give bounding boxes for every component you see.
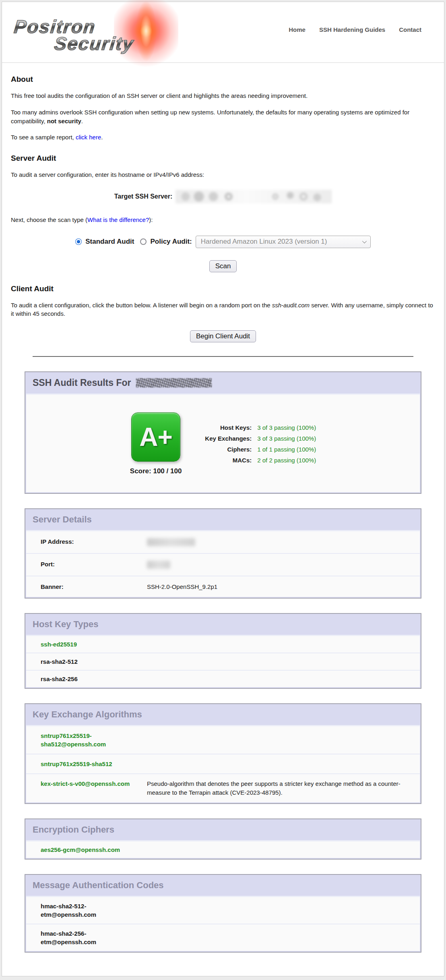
about-paragraph-1: This free tool audits the configuration …	[11, 91, 435, 100]
chevron-down-icon	[362, 239, 366, 243]
table-row: Banner: SSH-2.0-OpenSSH_9.2p1	[26, 576, 420, 597]
server-details-panel: Server Details IP Address: Port: Banner:…	[25, 508, 421, 599]
list-item: rsa-sha2-256	[26, 670, 420, 687]
host-key-name: ssh-ed25519	[26, 636, 93, 653]
banner-value: SSH-2.0-OpenSSH_9.2p1	[147, 576, 420, 597]
grade-column: A+ Score: 100 / 100	[130, 412, 182, 475]
stat-label-macs: MACs:	[205, 457, 252, 464]
port-value	[147, 554, 420, 576]
client-audit-domain: ssh-audit.com	[272, 302, 310, 309]
stat-value-key-exchanges: 3 of 3 passing (100%)	[257, 435, 316, 442]
client-audit-paragraph: To audit a client configuration, click t…	[11, 301, 435, 319]
nav-home[interactable]: Home	[289, 26, 306, 33]
sample-report-end: .	[101, 134, 103, 141]
stat-label-key-exchanges: Key Exchanges:	[205, 435, 252, 442]
key-exchange-header: Key Exchange Algorithms	[26, 705, 420, 725]
list-item: hmac-sha2-512- etm@openssh.com	[26, 897, 420, 924]
kex-algorithm-note: Pseudo-algorithm that denotes the peer s…	[147, 774, 420, 802]
main-page-card: Positron Security Home SSH Hardening Gui…	[2, 2, 444, 976]
server-audit-heading: Server Audit	[11, 154, 435, 163]
stat-label-ciphers: Ciphers:	[205, 446, 252, 453]
stat-label-host-keys: Host Keys:	[205, 424, 252, 431]
kex-algorithm-name: sntrup761x25519-sha512	[26, 754, 147, 773]
results-divider	[33, 356, 413, 357]
host-key-types-header: Host Key Types	[26, 615, 420, 635]
target-server-row: Target SSH Server:	[11, 190, 435, 203]
sample-report-text: To see a sample report,	[11, 134, 76, 141]
score-label: Score: 100 / 100	[130, 467, 182, 475]
kex-algorithm-note	[147, 754, 420, 773]
ciphers-body: aes256-gcm@openssh.com	[26, 840, 420, 858]
list-item: kex-strict-s-v00@openssh.com Pseudo-algo…	[26, 773, 420, 802]
policy-audit-label: Policy Audit:	[150, 238, 192, 246]
client-audit-text: To audit a client configuration, click t…	[11, 302, 272, 309]
about-paragraph-2: Too many admins overlook SSH configurati…	[11, 108, 435, 126]
list-item: hmac-sha2-256- etm@openssh.com	[26, 924, 420, 951]
macs-body: hmac-sha2-512- etm@openssh.com hmac-sha2…	[26, 896, 420, 951]
logo-text-line2: Security	[53, 33, 135, 54]
policy-audit-radio[interactable]	[140, 238, 147, 245]
about-p2-end: .	[81, 118, 83, 124]
list-item: sntrup761x25519-sha512	[26, 754, 420, 773]
mac-name: hmac-sha2-256- etm@openssh.com	[26, 924, 112, 951]
about-p2-bold: not security	[47, 118, 81, 124]
results-panel: SSH Audit Results For A+ Score: 100 / 10…	[25, 371, 421, 494]
stat-value-ciphers: 1 of 1 passing (100%)	[257, 446, 316, 453]
scan-button-row: Scan	[11, 260, 435, 272]
ip-address-label: IP Address:	[26, 531, 147, 553]
kex-algorithm-note	[147, 726, 420, 754]
grade-badge: A+	[131, 412, 180, 462]
macs-header: Message Authentication Codes	[26, 876, 420, 896]
host-key-name: rsa-sha2-256	[26, 671, 94, 687]
client-audit-heading: Client Audit	[11, 284, 435, 293]
policy-select-value: Hardened Amazon Linux 2023 (version 1)	[201, 238, 327, 246]
host-key-types-panel: Host Key Types ssh-ed25519 rsa-sha2-512 …	[25, 613, 421, 689]
host-key-types-body: ssh-ed25519 rsa-sha2-512 rsa-sha2-256	[26, 635, 420, 687]
standard-audit-label: Standard Audit	[85, 238, 134, 246]
mac-name: hmac-sha2-512- etm@openssh.com	[26, 897, 112, 924]
about-heading: About	[11, 75, 435, 84]
nav-contact[interactable]: Contact	[399, 26, 421, 33]
scan-type-end: ):	[149, 216, 153, 223]
nav-ssh-hardening-guides[interactable]: SSH Hardening Guides	[319, 26, 385, 33]
results-title: SSH Audit Results For	[33, 377, 131, 388]
scan-type-difference-link[interactable]: What is the difference?	[87, 216, 149, 223]
target-ssh-server-label: Target SSH Server:	[114, 193, 173, 200]
scan-type-row: Standard Audit Policy Audit: Hardened Am…	[11, 236, 435, 248]
grade-letter: A+	[139, 422, 172, 452]
results-stats: Host Keys: 3 of 3 passing (100%) Key Exc…	[205, 424, 316, 464]
list-item: rsa-sha2-512	[26, 653, 420, 670]
banner-label: Banner:	[26, 576, 147, 597]
sample-report-line: To see a sample report, click here.	[11, 133, 435, 142]
host-key-name: rsa-sha2-512	[26, 653, 94, 670]
results-panel-header: SSH Audit Results For	[26, 373, 420, 394]
main-nav: Home SSH Hardening Guides Contact	[289, 26, 421, 33]
ciphers-header: Encryption Ciphers	[26, 820, 420, 840]
redacted-ip-address	[147, 538, 195, 546]
kex-algorithm-name: kex-strict-s-v00@openssh.com	[26, 774, 147, 802]
logo[interactable]: Positron Security	[14, 16, 134, 54]
server-details-body: IP Address: Port: Banner: SSH-2.0-OpenSS…	[26, 530, 420, 597]
results-panel-body: A+ Score: 100 / 100 Host Keys: 3 of 3 pa…	[26, 394, 420, 492]
key-exchange-body: sntrup761x25519- sha512@openssh.com sntr…	[26, 725, 420, 802]
redacted-port	[147, 561, 170, 569]
cipher-name: aes256-gcm@openssh.com	[26, 841, 136, 858]
policy-select[interactable]: Hardened Amazon Linux 2023 (version 1)	[196, 236, 371, 248]
ip-address-value	[147, 531, 420, 553]
target-ssh-server-input[interactable]	[176, 190, 332, 203]
begin-client-audit-button[interactable]: Begin Client Audit	[190, 330, 256, 342]
ciphers-panel: Encryption Ciphers aes256-gcm@openssh.co…	[25, 818, 421, 860]
kex-algorithm-name: sntrup761x25519- sha512@openssh.com	[26, 726, 147, 754]
list-item: aes256-gcm@openssh.com	[26, 841, 420, 858]
scan-button[interactable]: Scan	[209, 260, 237, 272]
stat-value-host-keys: 3 of 3 passing (100%)	[257, 424, 316, 431]
list-item: ssh-ed25519	[26, 636, 420, 653]
table-row: IP Address:	[26, 531, 420, 553]
macs-panel: Message Authentication Codes hmac-sha2-5…	[25, 874, 421, 953]
table-row: Port:	[26, 553, 420, 576]
sample-report-link[interactable]: click here	[76, 134, 101, 141]
scan-type-line: Next, choose the scan type (What is the …	[11, 215, 435, 224]
standard-audit-radio[interactable]	[75, 238, 82, 245]
port-label: Port:	[26, 554, 147, 576]
client-audit-button-row: Begin Client Audit	[11, 330, 435, 342]
